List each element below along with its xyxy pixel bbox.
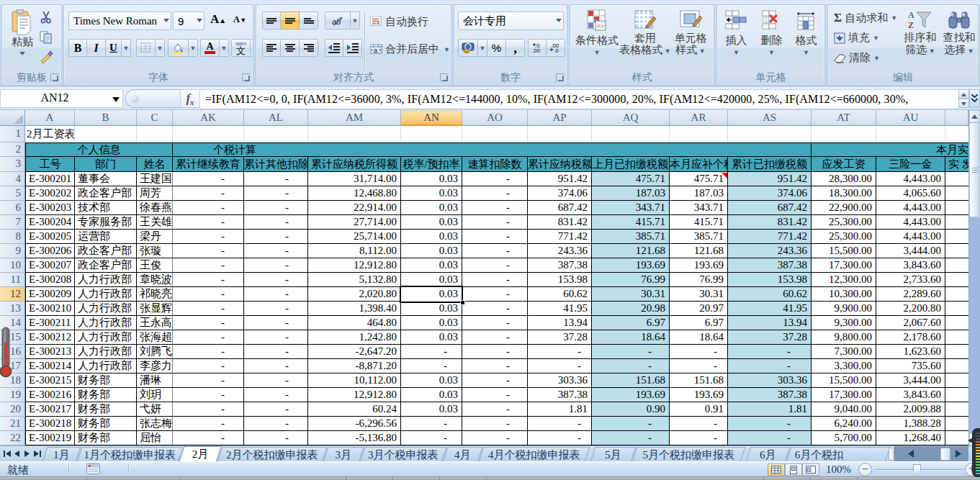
column-header-AL[interactable]: AL: [244, 110, 308, 126]
sheet-tab-3月[interactable]: 3月: [323, 447, 364, 462]
cell-AS6[interactable]: 687.42: [728, 201, 812, 215]
cell-AO15[interactable]: -: [462, 330, 528, 345]
cell-AN15[interactable]: 0.03: [401, 330, 462, 345]
sheet-tab-1月[interactable]: 1月: [42, 447, 81, 462]
cell-AU4[interactable]: 4,443.00: [876, 172, 945, 186]
header-cell-AR[interactable]: 本月应补个税: [670, 157, 728, 172]
cell-C7[interactable]: 王关雄: [137, 215, 173, 230]
cell-AP20[interactable]: 1.81: [528, 402, 592, 417]
cell-AN7[interactable]: 0.03: [401, 215, 462, 230]
zoom-out-button[interactable]: −: [858, 463, 872, 476]
align-bottom-button[interactable]: [300, 12, 318, 30]
cell-AS7[interactable]: 831.42: [728, 215, 812, 230]
cell-AQ17[interactable]: -: [592, 359, 670, 373]
find-select-button[interactable]: 查找和 选择 ▼: [940, 9, 978, 55]
cell-AP4[interactable]: 951.42: [528, 172, 592, 186]
cell-AO18[interactable]: -: [462, 373, 528, 388]
sheet-tab-6月个税扣[interactable]: 6月个税扣: [786, 447, 891, 462]
cell-AR19[interactable]: 193.69: [670, 388, 728, 402]
cell-AK13[interactable]: -: [173, 302, 244, 316]
fill-color-button[interactable]: [168, 39, 189, 57]
delete-cells-button[interactable]: 删除 ▼: [755, 9, 788, 55]
cell-A13[interactable]: E-300210: [25, 302, 75, 316]
cell-AP7[interactable]: 831.42: [528, 215, 592, 230]
horizontal-scrollbar[interactable]: [894, 446, 968, 462]
cell-AU11[interactable]: 2,733.60: [876, 273, 945, 287]
cell-AK6[interactable]: -: [173, 201, 244, 215]
cell-C18[interactable]: 潘琳: [137, 373, 173, 388]
cell-AM12[interactable]: 2,020.80: [308, 287, 401, 302]
header-cell-AO[interactable]: 速算扣除数: [462, 157, 528, 172]
cell-AS19[interactable]: 387.38: [728, 388, 812, 402]
cell-AM22[interactable]: -5,136.80: [308, 431, 401, 445]
cell-AR11[interactable]: 76.99: [670, 273, 728, 287]
cell-AP11[interactable]: 153.98: [528, 273, 592, 287]
cell-AN13[interactable]: 0.03: [401, 302, 462, 316]
cell-B8[interactable]: 运营部: [75, 230, 137, 244]
cell-AV16[interactable]: [945, 345, 968, 359]
cell-A21[interactable]: E-300218: [25, 417, 75, 431]
cell-AL5[interactable]: -: [244, 186, 308, 201]
horizontal-scrollbar-thumb[interactable]: [940, 448, 950, 461]
fill-color-dropdown[interactable]: ▼: [189, 39, 198, 57]
cell-C22[interactable]: 屈怡: [137, 431, 173, 445]
cell-AQ7[interactable]: 415.71: [592, 215, 670, 230]
cell-AP16[interactable]: -: [528, 345, 592, 359]
cell-AV5[interactable]: [945, 186, 968, 201]
cell-AL10[interactable]: -: [244, 258, 308, 273]
row-header-1[interactable]: 1: [0, 126, 25, 142]
cell-AV22[interactable]: [945, 431, 968, 445]
accounting-dropdown[interactable]: ▼: [478, 39, 487, 57]
row-header-8[interactable]: 8: [0, 230, 25, 244]
font-size-combobox[interactable]: 9: [173, 12, 204, 30]
normal-view-button[interactable]: [768, 463, 785, 476]
cell-AK20[interactable]: -: [173, 402, 244, 417]
cell-AN16[interactable]: -: [401, 345, 462, 359]
cell-AM18[interactable]: 10,112.00: [308, 373, 401, 388]
cell-AM15[interactable]: 1,242.80: [308, 330, 401, 345]
cell-AL21[interactable]: -: [244, 417, 308, 431]
decrease-indent-button[interactable]: [325, 39, 343, 57]
cell-AM8[interactable]: 25,714.00: [308, 230, 401, 244]
cell-AV8[interactable]: [945, 230, 968, 244]
cell-AO17[interactable]: -: [462, 359, 528, 373]
cell-C20[interactable]: 弋妍: [137, 402, 173, 417]
column-header-AM[interactable]: AM: [308, 110, 401, 126]
row-header-6[interactable]: 6: [0, 201, 25, 215]
cell-C10[interactable]: 王俊: [137, 258, 173, 273]
sheet-tab-5月个税扣缴申报表[interactable]: 5月个税扣缴申报表: [632, 447, 746, 462]
cell-AU16[interactable]: 1,623.60: [876, 345, 945, 359]
cut-button[interactable]: [40, 11, 53, 24]
cell-AM4[interactable]: 31,714.00: [308, 172, 401, 186]
underline-button[interactable]: U: [106, 39, 122, 57]
cell-A1-title[interactable]: 2月工资表: [25, 126, 400, 142]
cell-A4[interactable]: E-300201: [25, 172, 75, 186]
cell-AK18[interactable]: -: [173, 373, 244, 388]
cell-AQ14[interactable]: 6.97: [592, 316, 670, 330]
column-header-AK[interactable]: AK: [173, 110, 244, 126]
cell-AM11[interactable]: 5,132.80: [308, 273, 401, 287]
cell-AV14[interactable]: [945, 316, 968, 330]
cell-C13[interactable]: 张显辉: [137, 302, 173, 316]
cell-B7[interactable]: 专家服务部: [75, 215, 137, 230]
cell-A22[interactable]: E-300219: [25, 431, 75, 445]
cell-AN11[interactable]: 0.03: [401, 273, 462, 287]
cell-AP13[interactable]: 41.95: [528, 302, 592, 316]
cell-AQ10[interactable]: 193.69: [592, 258, 670, 273]
cell-AO8[interactable]: -: [462, 230, 528, 244]
cell-styles-button[interactable]: 单元格 样式 ▼: [668, 9, 713, 55]
row-header-13[interactable]: 13: [0, 302, 25, 316]
cell-A16[interactable]: E-300213: [25, 345, 75, 359]
wrap-text-button[interactable]: 自动换行: [370, 15, 428, 29]
cell-AK16[interactable]: -: [173, 345, 244, 359]
cell-AM9[interactable]: 8,112.00: [308, 244, 401, 258]
cell-AN22[interactable]: -: [401, 431, 462, 445]
align-left-button[interactable]: [262, 39, 281, 57]
row-header-2[interactable]: 2: [0, 142, 25, 157]
cell-AO20[interactable]: -: [462, 402, 528, 417]
cell-C17[interactable]: 李彦力: [137, 359, 173, 373]
cell-AK14[interactable]: -: [173, 316, 244, 330]
row-header-11[interactable]: 11: [0, 273, 25, 287]
header-cell-AV[interactable]: 实发: [945, 157, 968, 172]
row-header-7[interactable]: 7: [0, 215, 25, 230]
